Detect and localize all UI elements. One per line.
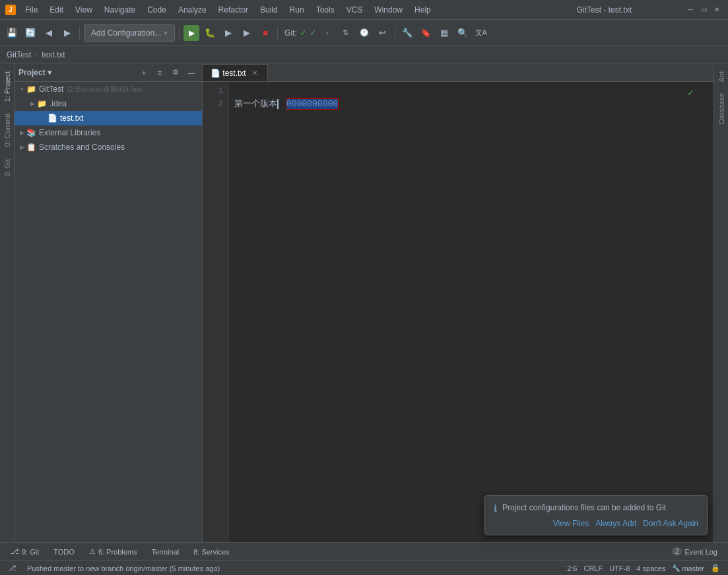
- settings-icon[interactable]: 🔧: [399, 25, 415, 41]
- run-button[interactable]: ▶: [183, 25, 199, 41]
- event-log-badge: 2: [672, 547, 682, 556]
- statusbar-git-icon[interactable]: ⎇: [5, 561, 19, 576]
- statusbar-message[interactable]: Pushed master to new branch origin/maste…: [24, 561, 222, 576]
- statusbar-indent[interactable]: 4 spaces: [634, 561, 668, 576]
- git-fetch-icon[interactable]: ⇅: [338, 25, 354, 41]
- sync-icon[interactable]: 🔄: [22, 25, 38, 41]
- menu-view[interactable]: View: [70, 4, 98, 16]
- debug-button[interactable]: 🐛: [202, 25, 218, 41]
- git-commit-icon[interactable]: ✓: [310, 28, 317, 38]
- collapse-button[interactable]: —: [185, 66, 198, 79]
- add-configuration-button[interactable]: Add Configuration... ▾: [84, 24, 175, 42]
- statusbar-indent-text: 4 spaces: [636, 564, 665, 572]
- statusbar-settings-icon[interactable]: 🔒: [708, 561, 723, 576]
- minimize-button[interactable]: ─: [684, 4, 696, 16]
- notification-view-files[interactable]: View Files: [553, 519, 589, 528]
- statusbar-branch[interactable]: 🔧 master: [669, 561, 707, 576]
- notification-dont-ask[interactable]: Don't Ask Again: [643, 519, 698, 528]
- menu-code[interactable]: Code: [142, 4, 172, 16]
- breadcrumb: GitTest › test.txt: [0, 46, 728, 63]
- line-numbers: 1 2: [203, 82, 229, 542]
- bottom-tab-event-log[interactable]: 2 Event Log: [665, 544, 724, 560]
- save-all-icon[interactable]: 💾: [4, 25, 20, 41]
- window-controls: ─ ▭ ✕: [684, 4, 723, 16]
- breadcrumb-sep: ›: [35, 50, 38, 59]
- back-icon[interactable]: ◀: [41, 25, 57, 41]
- git-revert-icon[interactable]: ↩: [375, 25, 391, 41]
- bottom-tab-todo[interactable]: TODO: [47, 544, 81, 560]
- breadcrumb-file[interactable]: test.txt: [42, 50, 65, 59]
- git-tab-label: 9: Git: [22, 548, 39, 556]
- menu-analyze[interactable]: Analyze: [173, 4, 212, 16]
- close-button[interactable]: ✕: [711, 4, 723, 16]
- menu-edit[interactable]: Edit: [44, 4, 69, 16]
- notification-popup: ℹ Project configurations files can be ad…: [484, 495, 708, 535]
- tree-external-libs[interactable]: ▶ 📚 External Libraries: [15, 125, 202, 140]
- menu-navigate[interactable]: Navigate: [99, 4, 141, 16]
- sidebar-item-project[interactable]: 1: Project: [1, 66, 13, 107]
- sidebar-item-commit[interactable]: 0: Commit: [1, 108, 13, 152]
- tree-root-gittest[interactable]: ▾ 📁 GitTest D:\Backup\桌面\GitTest: [15, 82, 202, 96]
- git-label: Git:: [284, 28, 297, 38]
- tree-root-label: GitTest: [39, 85, 63, 94]
- menu-refactor[interactable]: Refactor: [213, 4, 253, 16]
- gear-icon[interactable]: ⚙: [169, 66, 182, 79]
- menu-build[interactable]: Build: [255, 4, 283, 16]
- editor-content[interactable]: 1 2 0000000000 第一个版本​ ✓: [203, 82, 713, 542]
- menu-tools[interactable]: Tools: [311, 4, 340, 16]
- libraries-icon: 📚: [26, 128, 36, 137]
- git-history-icon[interactable]: 🕐: [356, 25, 372, 41]
- bottom-tab-problems[interactable]: ⚠ 6: Problems: [83, 544, 144, 560]
- git-push-icon[interactable]: ↑: [319, 25, 335, 41]
- profile-button[interactable]: ▶: [239, 25, 255, 41]
- layout-icon[interactable]: ▦: [436, 25, 452, 41]
- notification-always-add[interactable]: Always Add: [595, 519, 636, 528]
- menu-window[interactable]: Window: [369, 4, 408, 16]
- tree-scratches[interactable]: ▶ 📋 Scratches and Consoles: [15, 140, 202, 154]
- bottom-tab-git[interactable]: ⎇ 9: Git: [4, 544, 46, 560]
- sidebar-right-database[interactable]: Database: [715, 88, 728, 129]
- tab-test-txt[interactable]: 📄 test.txt ✕: [203, 64, 268, 81]
- idea-folder-icon: 📁: [37, 99, 47, 108]
- git-ok-icon: ✓: [300, 28, 307, 38]
- forward-icon[interactable]: ▶: [59, 25, 75, 41]
- statusbar-line-endings[interactable]: CRLF: [581, 561, 605, 576]
- project-options-button[interactable]: ≡: [153, 66, 166, 79]
- tree-arrow-idea: ▶: [28, 99, 37, 108]
- bottom-tab-services[interactable]: 8: Services: [187, 544, 236, 560]
- bottom-tab-terminal[interactable]: Terminal: [145, 544, 186, 560]
- coverage-button[interactable]: ▶: [220, 25, 236, 41]
- git-checkmark-icon: ✓: [687, 87, 695, 98]
- problems-tab-icon: ⚠: [89, 547, 96, 556]
- menu-run[interactable]: Run: [284, 4, 310, 16]
- todo-tab-label: TODO: [53, 548, 75, 556]
- statusbar-message-text: Pushed master to new branch origin/maste…: [27, 564, 220, 572]
- search-icon[interactable]: 🔍: [455, 25, 471, 41]
- line-num-1: 1: [203, 85, 228, 98]
- tree-test-txt[interactable]: 📄 test.txt: [15, 111, 202, 125]
- breadcrumb-project[interactable]: GitTest: [7, 50, 31, 59]
- main-toolbar: 💾 🔄 ◀ ▶ Add Configuration... ▾ ▶ 🐛 ▶ ▶ ■…: [0, 20, 728, 46]
- tree-arrow-root: ▾: [17, 85, 26, 94]
- menu-vcs[interactable]: VCS: [341, 4, 368, 16]
- translate-icon[interactable]: 文A: [473, 25, 489, 41]
- tab-close-icon[interactable]: ✕: [250, 69, 259, 78]
- left-sidebar: 1: Project 0: Commit 0: Git: [0, 63, 15, 542]
- tree-idea-label: .idea: [50, 99, 67, 108]
- sidebar-item-git[interactable]: 0: Git: [1, 154, 13, 182]
- new-file-button[interactable]: +: [137, 66, 150, 79]
- maximize-button[interactable]: ▭: [698, 4, 710, 16]
- notification-actions: View Files Always Add Don't Ask Again: [494, 519, 698, 528]
- right-sidebar: Ant Database: [713, 63, 728, 542]
- code-area[interactable]: 0000000000 第一个版本​: [229, 82, 713, 542]
- tree-idea-folder[interactable]: ▶ 📁 .idea: [15, 96, 202, 111]
- menu-file[interactable]: File: [20, 4, 43, 16]
- statusbar-position[interactable]: 2:6: [564, 561, 579, 576]
- stop-button[interactable]: ■: [257, 25, 273, 41]
- bookmark-icon[interactable]: 🔖: [418, 25, 434, 41]
- window-title: GitTest - test.txt: [577, 5, 632, 15]
- statusbar-charset[interactable]: UTF-8: [607, 561, 632, 576]
- editor-area: 📄 test.txt ✕ 1 2 0000000000 第一个版本​ ✓: [203, 63, 713, 542]
- menu-help[interactable]: Help: [409, 4, 436, 16]
- sidebar-right-ant[interactable]: Ant: [715, 66, 728, 88]
